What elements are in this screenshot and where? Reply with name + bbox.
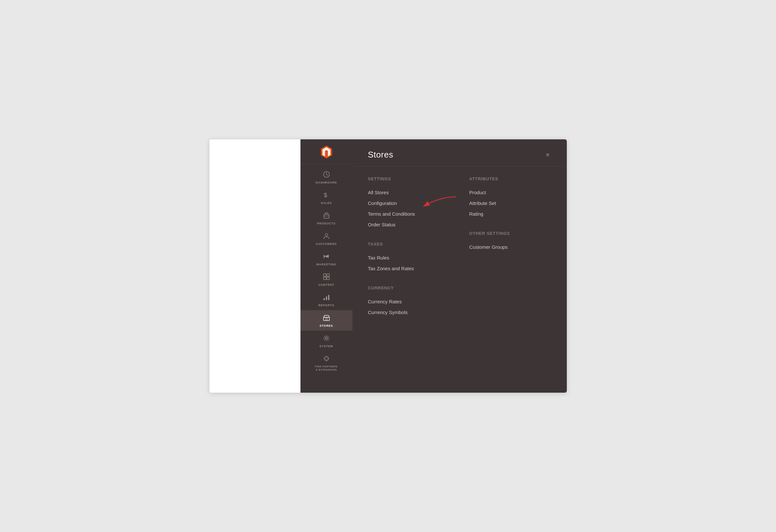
marketing-label: MARKETING [316, 263, 337, 266]
left-column: Settings All Stores Configuration [368, 176, 463, 329]
sidebar-item-system[interactable]: SYSTEM [301, 331, 352, 351]
sidebar-item-sales[interactable]: $ SALES [301, 187, 352, 208]
svg-rect-6 [327, 274, 329, 277]
sidebar-item-partners[interactable]: FIND PARTNERS& EXTENSIONS [301, 351, 352, 375]
svg-rect-12 [324, 317, 329, 321]
reports-label: REPORTS [318, 304, 334, 307]
all-stores-link[interactable]: All Stores [368, 187, 450, 198]
sidebar-item-customers[interactable]: CUSTOMERS [301, 228, 352, 249]
close-button[interactable]: × [544, 150, 551, 160]
taxes-section: Taxes Tax Rules Tax Zones and Rates [368, 242, 450, 274]
sidebar-item-marketing[interactable]: MARKETING [301, 249, 352, 269]
currency-title: Currency [368, 286, 450, 290]
svg-rect-11 [328, 295, 329, 300]
tax-rules-link[interactable]: Tax Rules [368, 252, 450, 263]
sidebar-item-stores[interactable]: STORES [301, 310, 352, 331]
panel-content: Settings All Stores Configuration [352, 167, 567, 339]
reports-icon [323, 294, 330, 302]
svg-point-4 [325, 233, 328, 236]
svg-rect-5 [324, 274, 326, 277]
attributes-section: Attributes Product Attribute Set Rating [469, 176, 551, 219]
sidebar-item-reports[interactable]: REPORTS [301, 290, 352, 310]
order-status-link[interactable]: Order Status [368, 219, 450, 230]
panel-title: Stores [368, 150, 393, 160]
stores-icon [323, 314, 330, 323]
content-icon [323, 273, 330, 282]
right-column: Attributes Product Attribute Set Rating … [463, 176, 551, 329]
stores-panel: Stores × Settings All Stores Configurati… [352, 139, 567, 393]
attribute-set-link[interactable]: Attribute Set [469, 198, 551, 208]
sidebar: DASHBOARD $ SALES PRODUCTS [301, 139, 352, 393]
partners-icon [323, 355, 330, 364]
sales-label: SALES [321, 201, 332, 205]
marketing-icon [323, 253, 330, 261]
svg-rect-9 [324, 298, 325, 300]
configuration-wrapper: Configuration [368, 198, 450, 208]
currency-section: Currency Currency Rates Currency Symbols [368, 286, 450, 318]
customer-groups-link[interactable]: Customer Groups [469, 242, 551, 252]
settings-title: Settings [368, 176, 450, 181]
magento-logo [320, 145, 333, 159]
sales-icon: $ [323, 191, 330, 200]
currency-rates-link[interactable]: Currency Rates [368, 296, 450, 307]
taxes-title: Taxes [368, 242, 450, 246]
customers-icon [323, 232, 330, 241]
other-settings-section: Other Settings Customer Groups [469, 231, 551, 252]
content-label: CONTENT [318, 283, 334, 287]
attributes-title: Attributes [469, 176, 551, 181]
currency-symbols-link[interactable]: Currency Symbols [368, 307, 450, 318]
stores-label: STORES [320, 324, 333, 327]
partners-label: FIND PARTNERS& EXTENSIONS [315, 365, 338, 372]
dashboard-label: DASHBOARD [316, 181, 337, 184]
products-icon [323, 212, 330, 220]
sidebar-nav: DASHBOARD $ SALES PRODUCTS [301, 164, 352, 375]
dashboard-icon [323, 171, 330, 180]
svg-rect-8 [327, 277, 329, 280]
sidebar-item-content[interactable]: CONTENT [301, 269, 352, 290]
svg-text:$: $ [324, 192, 327, 198]
main-window: DASHBOARD $ SALES PRODUCTS [209, 139, 567, 393]
sidebar-item-dashboard[interactable]: DASHBOARD [301, 167, 352, 187]
svg-point-16 [326, 337, 328, 339]
rating-link[interactable]: Rating [469, 208, 551, 219]
svg-rect-17 [325, 357, 328, 360]
system-label: SYSTEM [320, 345, 333, 348]
logo-area [301, 139, 352, 164]
products-label: PRODUCTS [317, 222, 336, 225]
product-link[interactable]: Product [469, 187, 551, 198]
white-area [209, 139, 301, 393]
configuration-link[interactable]: Configuration [368, 198, 450, 208]
customers-label: CUSTOMERS [316, 242, 337, 245]
panel-header: Stores × [352, 139, 567, 167]
settings-section: Settings All Stores Configuration [368, 176, 450, 230]
svg-rect-10 [326, 297, 327, 300]
svg-rect-2 [324, 214, 329, 218]
svg-rect-7 [324, 277, 326, 280]
sidebar-item-products[interactable]: PRODUCTS [301, 208, 352, 228]
tax-zones-link[interactable]: Tax Zones and Rates [368, 263, 450, 274]
other-settings-title: Other Settings [469, 231, 551, 236]
terms-conditions-link[interactable]: Terms and Conditions [368, 208, 450, 219]
system-icon [323, 335, 330, 343]
